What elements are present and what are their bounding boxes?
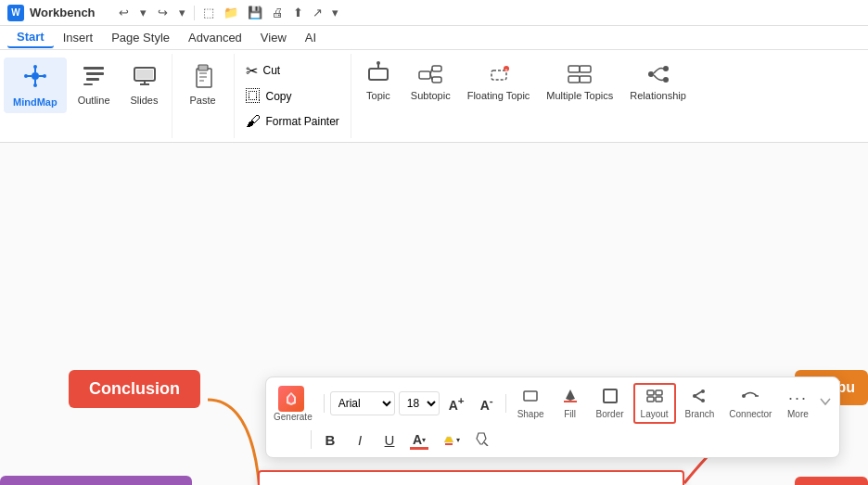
- copy-button[interactable]: ⿴ Copy: [238, 84, 347, 108]
- more-label: More: [787, 409, 809, 419]
- menu-page-style[interactable]: Page Style: [102, 28, 179, 47]
- svg-rect-25: [419, 71, 430, 79]
- slides-button[interactable]: Slides: [121, 57, 168, 111]
- svg-rect-10: [86, 72, 104, 75]
- svg-rect-47: [647, 397, 654, 402]
- svg-rect-43: [564, 401, 577, 402]
- ft-collapse[interactable]: [819, 395, 832, 412]
- topic-button[interactable]: Topic: [355, 57, 402, 106]
- svg-point-53: [701, 399, 705, 402]
- svg-rect-42: [524, 391, 537, 401]
- subtopic-icon: [417, 61, 443, 90]
- multiple-topics-button[interactable]: Multiple Topics: [539, 57, 620, 106]
- subtopic-label: Subtopic: [411, 90, 451, 102]
- svg-rect-44: [604, 389, 617, 402]
- svg-rect-33: [568, 66, 580, 72]
- view-section: MindMap Outline: [0, 54, 172, 138]
- export-button[interactable]: ⬆: [288, 4, 308, 21]
- insert-section: Topic Subtopic +: [351, 54, 697, 138]
- fill-icon: [562, 388, 579, 408]
- bold-button[interactable]: B: [317, 428, 343, 452]
- generate-logo: [278, 386, 304, 412]
- clear-format-button[interactable]: [469, 428, 495, 452]
- right-node-2[interactable]: Starbu: [795, 477, 868, 485]
- svg-point-7: [24, 74, 28, 78]
- svg-rect-34: [580, 66, 591, 72]
- menu-insert[interactable]: Insert: [54, 28, 103, 47]
- svg-line-29: [430, 74, 432, 80]
- underline-button[interactable]: U: [377, 428, 402, 452]
- new-button[interactable]: ⬚: [198, 4, 219, 21]
- menu-ai[interactable]: AI: [296, 28, 326, 47]
- format-painter-label: Format Painter: [266, 115, 339, 128]
- highlight-button[interactable]: ▾: [436, 428, 466, 452]
- svg-rect-27: [432, 77, 441, 83]
- svg-rect-56: [445, 443, 453, 445]
- fill-button[interactable]: Fill: [554, 385, 587, 422]
- copy-icon: ⿴: [246, 88, 261, 105]
- promotion-node[interactable]: ks Promotion Strategy: [0, 476, 192, 485]
- undo-redo-group: ↩ ▾ ↪ ▾: [114, 4, 190, 21]
- italic-button[interactable]: I: [347, 428, 373, 452]
- font-family-select[interactable]: Arial: [330, 391, 395, 415]
- font-size-select[interactable]: 18: [399, 391, 440, 415]
- format-painter-button[interactable]: 🖌 Format Painter: [238, 109, 347, 134]
- floating-topic-label: Floating Topic: [467, 90, 530, 102]
- slides-label: Slides: [131, 95, 159, 106]
- clear-format-icon: [475, 431, 490, 449]
- menu-view[interactable]: View: [251, 28, 296, 47]
- mindmap-button[interactable]: MindMap: [4, 57, 67, 113]
- central-node[interactable]: Starbucks Marketing Mix (4Ps) Analysis: [258, 470, 684, 485]
- save-button[interactable]: 💾: [243, 4, 267, 21]
- open-button[interactable]: 📁: [219, 4, 243, 21]
- redo-button[interactable]: ↪: [153, 4, 172, 21]
- svg-line-57: [484, 442, 488, 446]
- undo-button[interactable]: ↩: [114, 4, 134, 21]
- connector-label: Connector: [729, 409, 772, 419]
- branch-label: Branch: [685, 409, 715, 419]
- menubar: Start Insert Page Style Advanced View AI: [0, 26, 868, 50]
- connector-button[interactable]: Connector: [723, 385, 777, 422]
- mindmap-label: MindMap: [13, 96, 57, 108]
- topic-icon: [365, 61, 391, 90]
- share-button[interactable]: ↗: [308, 4, 327, 21]
- more-button[interactable]: ▾: [327, 4, 343, 21]
- cut-button[interactable]: ✂ Cut: [238, 58, 347, 83]
- generate-section: Generate: [274, 386, 313, 422]
- conclusion-node[interactable]: Conclusion: [69, 370, 200, 408]
- outline-button[interactable]: Outline: [69, 57, 120, 111]
- undo-dropdown[interactable]: ▾: [135, 4, 151, 21]
- svg-rect-36: [580, 76, 591, 83]
- svg-rect-18: [198, 65, 208, 70]
- multiple-topics-icon: [567, 61, 593, 90]
- shape-button[interactable]: Shape: [512, 385, 550, 422]
- border-button[interactable]: Border: [591, 385, 630, 422]
- branch-button[interactable]: Branch: [680, 385, 721, 422]
- subtopic-button[interactable]: Subtopic: [403, 57, 458, 106]
- highlight-icon: [441, 431, 456, 449]
- menu-advanced[interactable]: Advanced: [179, 28, 251, 47]
- svg-rect-19: [199, 72, 207, 74]
- format-painter-icon: 🖌: [246, 113, 261, 130]
- more-button[interactable]: ··· More: [781, 386, 814, 422]
- paste-section: Paste: [172, 54, 235, 138]
- canvas: Conclusion ks Promotion Strategy (Distri…: [0, 143, 868, 485]
- floating-topic-button[interactable]: + Floating Topic: [460, 57, 538, 106]
- paste-button[interactable]: Paste: [180, 57, 226, 110]
- font-color-button[interactable]: A ▾: [406, 428, 432, 452]
- relationship-label: Relationship: [630, 90, 686, 102]
- decrease-font-button[interactable]: A-: [474, 391, 500, 415]
- relationship-button[interactable]: Relationship: [622, 57, 694, 106]
- layout-button[interactable]: Layout: [633, 383, 676, 424]
- outline-label: Outline: [78, 95, 110, 106]
- menu-start[interactable]: Start: [7, 27, 54, 48]
- mindmap-icon: [22, 63, 48, 95]
- redo-dropdown[interactable]: ▾: [174, 4, 190, 21]
- svg-rect-9: [83, 67, 104, 70]
- svg-point-38: [663, 66, 669, 71]
- increase-font-button[interactable]: A+: [443, 391, 470, 415]
- print-button[interactable]: 🖨: [267, 4, 288, 21]
- copy-label: Copy: [266, 90, 292, 103]
- layout-icon: [646, 388, 663, 408]
- font-color-dropdown: ▾: [422, 436, 426, 444]
